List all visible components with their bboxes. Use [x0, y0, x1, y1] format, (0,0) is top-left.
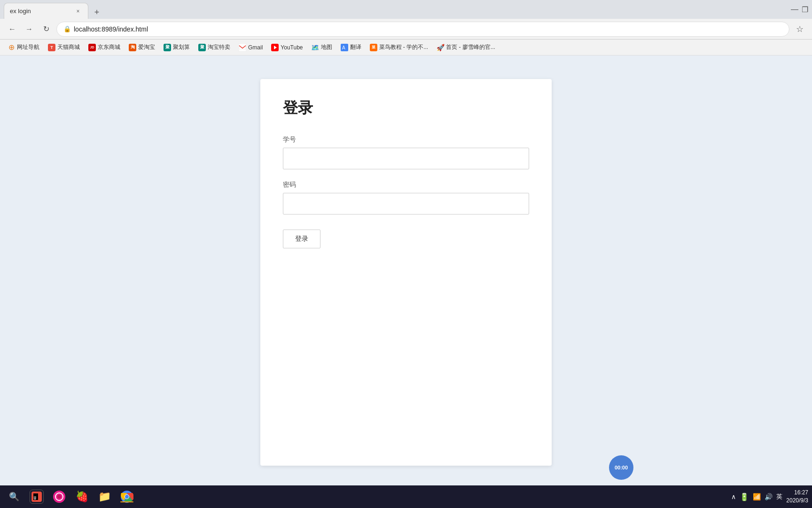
taobao-icon: 聚	[198, 44, 206, 51]
translate-icon: A	[341, 44, 348, 51]
password-group: 密码	[283, 181, 529, 214]
liaoxuefeng-icon: 🚀	[437, 44, 444, 51]
taskbar-app2[interactable]	[49, 486, 70, 507]
cainiao-icon: 菜	[370, 44, 377, 51]
jingdong-icon: JD	[88, 44, 96, 51]
taskbar-right: ∧ 🔋 📶 🔊 英 16:27 2020/9/3	[731, 489, 808, 505]
taskbar-apps: U 🍓 📁	[26, 486, 137, 507]
bookmark-tianmao[interactable]: T 天猫商城	[44, 41, 84, 54]
bookmark-label: 天猫商城	[57, 43, 80, 51]
svg-point-10	[57, 495, 61, 499]
student-id-label: 学号	[283, 135, 529, 144]
clock-date: 2020/9/3	[786, 497, 808, 505]
chrome-icon	[120, 490, 134, 504]
new-tab-button[interactable]: +	[90, 6, 103, 19]
tab-area: ex login × +	[4, 0, 103, 19]
bookmark-label: 菜鸟教程 - 学的不...	[379, 43, 429, 51]
bookmark-label: 网址导航	[17, 43, 39, 51]
bookmark-translate[interactable]: A 翻译	[337, 41, 365, 54]
svg-text:A: A	[342, 45, 345, 50]
juhuasuan-icon: 聚	[164, 44, 171, 51]
address-text: localhost:8989/index.html	[74, 25, 782, 33]
aitaobao-icon: 淘	[129, 44, 136, 51]
bookmark-label: YouTube	[281, 44, 303, 51]
volume-icon: 🔊	[765, 493, 773, 500]
app3-icon: 🍓	[75, 490, 89, 504]
password-label: 密码	[283, 181, 529, 189]
back-button[interactable]: ←	[6, 23, 19, 36]
browser-chrome: ex login × + — ❐ ← → ↻ 🔒 localhost:8989/…	[0, 0, 812, 56]
svg-rect-15	[120, 501, 133, 502]
password-input[interactable]	[283, 193, 529, 214]
jetbrains-icon: U	[30, 490, 44, 504]
bookmark-juhuasuan[interactable]: 聚 聚划算	[160, 41, 194, 54]
bookmark-aitaobao[interactable]: 淘 爱淘宝	[125, 41, 159, 54]
bookmark-button[interactable]: ☆	[793, 23, 806, 36]
login-title: 登录	[283, 98, 529, 119]
title-bar: ex login × + — ❐	[0, 0, 812, 19]
bookmark-label: 爱淘宝	[138, 43, 155, 51]
bookmark-jingdong[interactable]: JD 京东商城	[85, 41, 124, 54]
bookmark-label: Gmail	[248, 44, 263, 51]
maximize-button[interactable]: ❐	[802, 6, 808, 13]
files-icon: 📁	[97, 490, 111, 504]
bookmark-maps[interactable]: 🗺️ 地图	[308, 41, 336, 54]
taskbar-search[interactable]: 🔍	[4, 486, 24, 507]
tab-close-button[interactable]: ×	[74, 7, 82, 16]
lock-icon: 🔒	[63, 25, 71, 32]
network-icon: 📶	[753, 493, 761, 500]
language-indicator[interactable]: 英	[776, 492, 782, 501]
bookmark-label: 京东商城	[98, 43, 120, 51]
bookmark-wangzhi[interactable]: ⊕ 网址导航	[4, 41, 43, 54]
bookmark-taobao[interactable]: 聚 淘宝特卖	[195, 41, 234, 54]
login-button[interactable]: 登录	[283, 230, 320, 248]
bookmarks-bar: ⊕ 网址导航 T 天猫商城 JD 京东商城 淘 爱淘宝 聚	[0, 40, 812, 56]
taskbar-chrome[interactable]	[117, 486, 137, 507]
youtube-icon	[271, 44, 279, 51]
svg-text:U: U	[34, 496, 36, 500]
tab-title: ex login	[10, 8, 70, 15]
svg-point-14	[125, 495, 129, 499]
bookmark-liaoxuefeng[interactable]: 🚀 首页 - 廖雪峰的官...	[433, 41, 499, 54]
bookmark-label: 淘宝特卖	[208, 43, 230, 51]
wangzhi-icon: ⊕	[8, 44, 15, 51]
chevron-up-icon[interactable]: ∧	[731, 493, 736, 500]
taskbar-clock[interactable]: 16:27 2020/9/3	[786, 489, 808, 505]
bookmark-cainiao[interactable]: 菜 菜鸟教程 - 学的不...	[366, 41, 432, 54]
taskbar: 🔍 U 🍓	[0, 485, 812, 508]
address-bar[interactable]: 🔒 localhost:8989/index.html	[56, 22, 789, 37]
reload-button[interactable]: ↻	[39, 23, 53, 36]
bookmark-label: 首页 - 廖雪峰的官...	[446, 43, 495, 51]
login-card: 登录 学号 密码 登录	[260, 79, 552, 466]
browser-tab[interactable]: ex login ×	[4, 3, 88, 19]
timer-badge: 00:00	[609, 455, 633, 480]
bookmark-gmail[interactable]: Gmail	[235, 41, 266, 54]
taskbar-files[interactable]: 📁	[94, 486, 115, 507]
taskbar-jetbrains[interactable]: U	[26, 486, 47, 507]
battery-icon: 🔋	[740, 492, 749, 501]
taskbar-sys-icons: ∧	[731, 493, 736, 500]
taskbar-app3[interactable]: 🍓	[71, 486, 92, 507]
window-controls: — ❐	[791, 6, 808, 13]
bookmark-label: 翻译	[350, 43, 361, 51]
bookmark-label: 地图	[321, 43, 332, 51]
clock-time: 16:27	[786, 489, 808, 497]
gmail-icon	[239, 44, 246, 51]
student-id-group: 学号	[283, 135, 529, 169]
forward-button[interactable]: →	[23, 23, 36, 36]
page-content: 登录 学号 密码 登录	[0, 56, 812, 489]
address-bar-area: ← → ↻ 🔒 localhost:8989/index.html ☆	[0, 19, 812, 40]
bookmark-label: 聚划算	[173, 43, 190, 51]
app2-icon	[52, 490, 66, 504]
search-icon: 🔍	[9, 492, 19, 502]
minimize-button[interactable]: —	[791, 6, 798, 13]
maps-icon: 🗺️	[312, 44, 319, 51]
bookmark-youtube[interactable]: YouTube	[267, 41, 306, 54]
student-id-input[interactable]	[283, 148, 529, 169]
tianmao-icon: T	[48, 44, 55, 51]
